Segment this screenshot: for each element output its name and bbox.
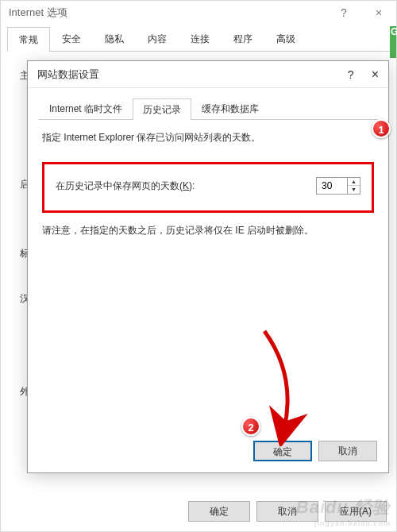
tab-history[interactable]: 历史记录 bbox=[133, 98, 191, 120]
window-title-text: Internet 选项 bbox=[9, 6, 67, 18]
tab-privacy[interactable]: 隐私 bbox=[93, 26, 136, 51]
annotation-marker-2: 2 bbox=[241, 417, 260, 436]
dialog-title: 网站数据设置 ? × bbox=[28, 61, 388, 88]
watermark: Baidu 经验 jingyan.baidu.com bbox=[296, 495, 391, 527]
close-icon[interactable]: × bbox=[361, 1, 396, 25]
window-controls: ? × bbox=[326, 1, 396, 25]
spinner-up-icon[interactable]: ▲ bbox=[348, 178, 360, 186]
days-label: 在历史记录中保存网页的天数(K): bbox=[56, 179, 195, 193]
tab-cache-db[interactable]: 缓存和数据库 bbox=[191, 98, 269, 119]
days-spinner[interactable]: ▲ ▼ bbox=[316, 177, 360, 195]
green-badge: G bbox=[390, 26, 396, 58]
dialog-tab-bar: Internet 临时文件 历史记录 缓存和数据库 bbox=[39, 98, 377, 120]
help-icon[interactable]: ? bbox=[326, 1, 361, 25]
description-text: 指定 Internet Explorer 保存已访问网站列表的天数。 bbox=[42, 131, 374, 145]
tab-connections[interactable]: 连接 bbox=[179, 26, 222, 51]
tab-general[interactable]: 常规 bbox=[7, 27, 50, 52]
dialog-controls: ? × bbox=[348, 61, 385, 88]
spinner-down-icon[interactable]: ▼ bbox=[348, 186, 360, 194]
tab-programs[interactable]: 程序 bbox=[222, 26, 264, 51]
days-row: 在历史记录中保存网页的天数(K): ▲ ▼ bbox=[56, 177, 360, 195]
days-input[interactable] bbox=[316, 177, 348, 195]
help-icon[interactable]: ? bbox=[348, 61, 354, 88]
tab-security[interactable]: 安全 bbox=[50, 26, 93, 51]
annotation-marker-1: 1 bbox=[372, 119, 391, 138]
dialog-title-text: 网站数据设置 bbox=[37, 68, 99, 80]
website-data-settings-dialog: 网站数据设置 ? × Internet 临时文件 历史记录 缓存和数据库 指定 … bbox=[27, 60, 389, 473]
watermark-brand: Baidu 经验 bbox=[296, 497, 391, 517]
tab-temp-files[interactable]: Internet 临时文件 bbox=[39, 98, 133, 119]
ok-button[interactable]: 确定 bbox=[253, 441, 312, 461]
window-title: Internet 选项 ? × bbox=[1, 1, 396, 25]
close-icon[interactable]: × bbox=[365, 61, 385, 88]
tab-content[interactable]: 内容 bbox=[136, 26, 179, 51]
spinner-arrows: ▲ ▼ bbox=[348, 177, 360, 195]
highlight-box-1: 在历史记录中保存网页的天数(K): ▲ ▼ bbox=[42, 162, 374, 213]
parent-tab-bar: 常规 安全 隐私 内容 连接 程序 高级 bbox=[7, 26, 390, 52]
watermark-url: jingyan.baidu.com bbox=[296, 519, 391, 527]
tab-advanced[interactable]: 高级 bbox=[264, 26, 307, 51]
note-text: 请注意，在指定的天数之后，历史记录将仅在 IE 启动时被删除。 bbox=[42, 224, 374, 237]
cancel-button[interactable]: 取消 bbox=[318, 441, 377, 461]
dialog-footer: 确定 取消 bbox=[253, 441, 377, 461]
ok-button[interactable]: 确定 bbox=[188, 501, 250, 522]
dialog-content: 指定 Internet Explorer 保存已访问网站列表的天数。 在历史记录… bbox=[28, 120, 388, 237]
